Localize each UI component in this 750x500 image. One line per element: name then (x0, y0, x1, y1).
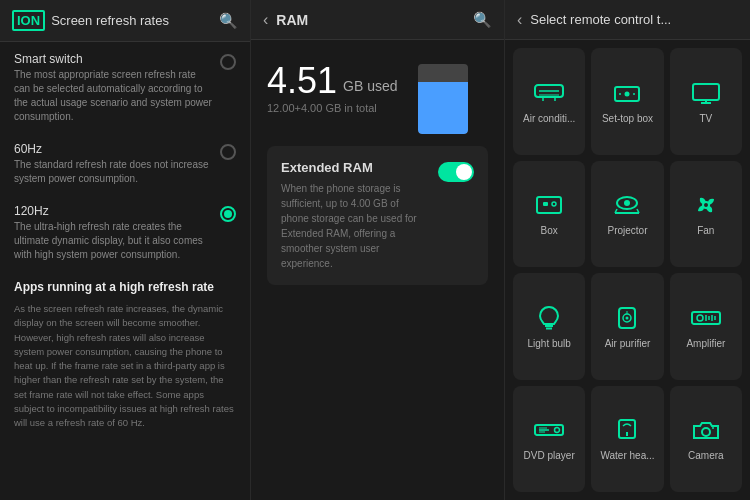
left-panel: ION Screen refresh rates 🔍 Smart switch … (0, 0, 250, 500)
search-icon-middle[interactable]: 🔍 (473, 11, 492, 29)
left-header: ION Screen refresh rates 🔍 (0, 0, 250, 42)
grid-item-tv[interactable]: TV (670, 48, 742, 155)
hz60-label: 60Hz (14, 142, 214, 156)
left-content: Smart switch The most appropriate screen… (0, 42, 250, 500)
grid-item-dvd[interactable]: DVD player (513, 386, 585, 493)
svg-point-29 (697, 315, 703, 321)
projector-icon (609, 191, 645, 219)
grid-item-ac[interactable]: Air conditi... (513, 48, 585, 155)
water-icon (609, 416, 645, 444)
right-header-title: Select remote control t... (530, 12, 738, 27)
hz120-option: 120Hz The ultra-high refresh rate create… (14, 204, 236, 270)
hz120-label: 120Hz (14, 204, 214, 218)
grid-item-label-projector: Projector (607, 225, 647, 236)
grid-item-label-camera: Camera (688, 450, 724, 461)
middle-content: 4.51 GB used 12.00+4.00 GB in total Exte… (251, 40, 504, 500)
hz120-radio[interactable] (220, 206, 236, 222)
grid-item-water[interactable]: Water hea... (591, 386, 663, 493)
hz60-desc: The standard refresh rate does not incre… (14, 158, 214, 186)
svg-point-6 (625, 91, 630, 96)
smart-switch-label: Smart switch (14, 52, 214, 66)
grid-item-box[interactable]: Box (513, 161, 585, 268)
extended-ram-toggle[interactable] (438, 162, 474, 182)
grid-item-settop[interactable]: Set-top box (591, 48, 663, 155)
smart-switch-desc: The most appropriate screen refresh rate… (14, 68, 214, 124)
grid-item-projector[interactable]: Projector (591, 161, 663, 268)
extended-ram-section: Extended RAM When the phone storage is s… (267, 146, 488, 285)
grid-item-camera[interactable]: Camera (670, 386, 742, 493)
right-panel: ‹ Select remote control t... Air conditi… (505, 0, 750, 500)
left-header-title: Screen refresh rates (51, 13, 219, 28)
settop-icon (609, 79, 645, 107)
grid-item-fan[interactable]: Fan (670, 161, 742, 268)
amplifier-icon (688, 304, 724, 332)
app-logo: ION (12, 10, 45, 31)
grid-item-label-fan: Fan (697, 225, 714, 236)
grid-item-purifier[interactable]: Air purifier (591, 273, 663, 380)
grid-item-label-purifier: Air purifier (605, 338, 651, 349)
svg-rect-14 (543, 202, 548, 206)
back-arrow-icon[interactable]: ‹ (263, 11, 268, 29)
remote-control-grid: Air conditi...Set-top boxTVBoxProjectorF… (505, 40, 750, 500)
apps-desc: As the screen refresh rate increases, th… (14, 302, 236, 430)
svg-rect-9 (693, 84, 719, 100)
svg-rect-13 (537, 197, 561, 213)
svg-point-42 (702, 428, 710, 436)
grid-item-bulb[interactable]: Light bulb (513, 273, 585, 380)
bulb-icon (531, 304, 567, 332)
grid-item-label-bulb: Light bulb (527, 338, 570, 349)
ram-bar-container (418, 64, 468, 134)
back-arrow-right-icon[interactable]: ‹ (517, 11, 522, 29)
ac-icon (531, 79, 567, 107)
extended-ram-title: Extended RAM (281, 160, 428, 175)
hz60-radio[interactable] (220, 144, 236, 160)
middle-header-title: RAM (276, 12, 473, 28)
svg-point-17 (624, 200, 630, 206)
camera-icon (688, 416, 724, 444)
grid-item-label-dvd: DVD player (524, 450, 575, 461)
hz120-desc: The ultra-high refresh rate creates the … (14, 220, 214, 262)
dvd-icon (531, 416, 567, 444)
ram-usage-row: 4.51 GB used 12.00+4.00 GB in total (267, 60, 488, 138)
ram-used-unit: GB used (343, 78, 397, 94)
grid-item-label-amplifier: Amplifier (686, 338, 725, 349)
box-icon (531, 191, 567, 219)
right-header: ‹ Select remote control t... (505, 0, 750, 40)
search-icon-left[interactable]: 🔍 (219, 12, 238, 30)
svg-point-43 (712, 427, 714, 429)
svg-point-26 (626, 316, 629, 319)
smart-switch-option: Smart switch The most appropriate screen… (14, 52, 236, 132)
hz60-option: 60Hz The standard refresh rate does not … (14, 142, 236, 194)
extended-ram-row: Extended RAM When the phone storage is s… (281, 160, 474, 271)
middle-panel: ‹ RAM 🔍 4.51 GB used 12.00+4.00 GB in to… (250, 0, 505, 500)
tv-icon (688, 79, 724, 107)
grid-item-label-box: Box (541, 225, 558, 236)
ram-bar-fill (418, 82, 468, 135)
grid-item-label-ac: Air conditi... (523, 113, 575, 124)
extended-ram-desc: When the phone storage is sufficient, up… (281, 181, 428, 271)
middle-header: ‹ RAM 🔍 (251, 0, 504, 40)
svg-point-35 (555, 428, 560, 433)
purifier-icon (609, 304, 645, 332)
ram-total: 12.00+4.00 GB in total (267, 102, 398, 114)
grid-item-label-water: Water hea... (600, 450, 654, 461)
smart-switch-radio[interactable] (220, 54, 236, 70)
toggle-knob (456, 164, 472, 180)
grid-item-label-settop: Set-top box (602, 113, 653, 124)
svg-point-15 (552, 202, 556, 206)
fan-icon (688, 191, 724, 219)
apps-section-title: Apps running at a high refresh rate (14, 280, 236, 294)
ram-used-number: 4.51 (267, 60, 337, 102)
grid-item-amplifier[interactable]: Amplifier (670, 273, 742, 380)
grid-item-label-tv: TV (699, 113, 712, 124)
